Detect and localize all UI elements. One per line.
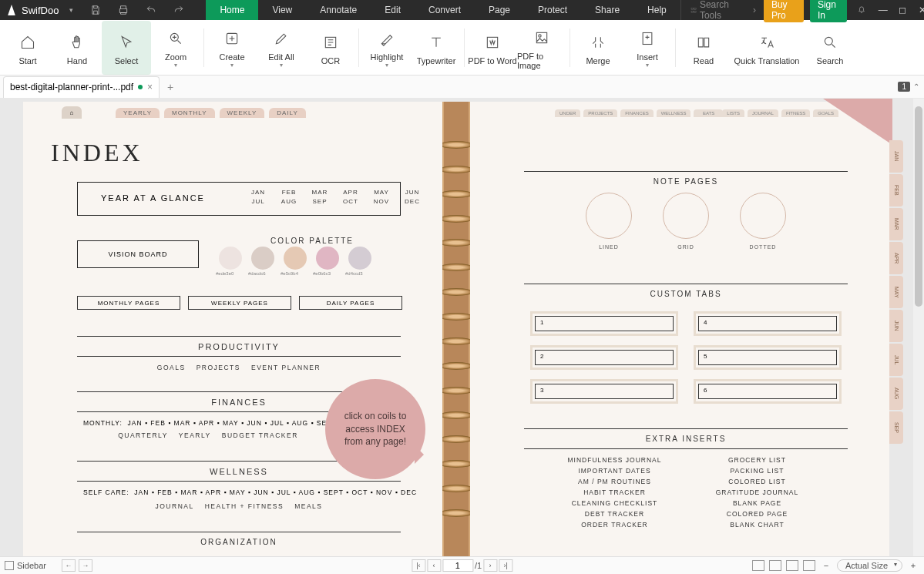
maximize-button[interactable]: ◻ [892, 0, 912, 20]
brand-menu-chevron-icon[interactable]: ▾ [63, 6, 79, 14]
ribbon-highlight[interactable]: Highlight▾ [362, 21, 412, 75]
ribbon-search[interactable]: Search [805, 21, 855, 75]
buy-pro-button[interactable]: Buy Pro [764, 0, 804, 22]
ribbon-typewriter[interactable]: Typewriter [412, 21, 461, 75]
status-bar: Sidebar ← → |‹ ‹ /1 › ›| − Actual Size + [0, 556, 924, 574]
year-at-glance-box: YEAR AT A GLANCE JANFEBMARAPRMAYJUNJULAU… [77, 182, 401, 216]
zoom-out-button[interactable]: − [820, 561, 832, 570]
corner-fold [823, 99, 892, 145]
document-viewport[interactable]: ⌂ YEARLYMONTHLYWEEKLYDAILY INDEX YEAR AT… [0, 99, 924, 556]
view-single-icon[interactable] [752, 560, 764, 571]
svg-rect-7 [487, 37, 497, 47]
ribbon-pdf-to-word[interactable]: PDF to Word [468, 21, 517, 75]
svg-point-9 [539, 34, 541, 36]
svg-rect-1 [694, 8, 695, 9]
svg-rect-0 [691, 8, 693, 9]
menu-share[interactable]: Share [581, 0, 633, 20]
planner-tab: WEEKLY [220, 108, 265, 118]
menu-view[interactable]: View [258, 0, 306, 20]
menu-page[interactable]: Page [475, 0, 524, 20]
print-icon[interactable] [112, 0, 135, 20]
page-fwd-button[interactable]: › [483, 559, 497, 572]
coil-callout: click on coils to access INDEX from any … [325, 379, 425, 479]
index-title: INDEX [51, 139, 143, 167]
menu-help[interactable]: Help [633, 0, 680, 20]
page-total: /1 [475, 561, 482, 570]
search-tools[interactable]: Search Tools [680, 0, 748, 20]
planner-spiral [442, 102, 470, 556]
app-brand: SwifDoo [22, 5, 59, 16]
sign-in-button[interactable]: Sign In [810, 0, 847, 22]
ribbon-select[interactable]: Select [102, 21, 151, 75]
ribbon-read[interactable]: Read [679, 21, 728, 75]
ribbon-pdf-to-image[interactable]: PDF to Image [517, 21, 566, 75]
next-page-button[interactable]: → [79, 559, 92, 572]
document-tab[interactable]: best-digital-planner-print-...pdf × [3, 76, 160, 98]
document-tab-bar: best-digital-planner-print-...pdf × + 1 … [0, 76, 924, 99]
menu-edit[interactable]: Edit [371, 0, 415, 20]
menu-annotate[interactable]: Annotate [306, 0, 371, 20]
ribbon-edit-all[interactable]: Edit All▾ [257, 21, 306, 75]
page-btn: DAILY PAGES [299, 296, 402, 310]
title-bar: SwifDoo ▾ HomeViewAnnotateEditConvertPag… [0, 0, 924, 20]
view-continuous-icon[interactable] [769, 560, 781, 571]
menu-protect[interactable]: Protect [524, 0, 581, 20]
sidebar-label[interactable]: Sidebar [17, 561, 46, 570]
modified-dot-icon [138, 85, 143, 89]
minimize-button[interactable]: — [873, 0, 893, 20]
first-page-button[interactable]: |‹ [412, 559, 425, 572]
collapse-ribbon-icon[interactable]: ⌃ [913, 82, 919, 91]
ribbon-start[interactable]: Start [3, 21, 52, 75]
ribbon-zoom[interactable]: Zoom▾ [151, 21, 200, 75]
svg-point-11 [825, 37, 832, 45]
zoom-selector[interactable]: Actual Size [837, 559, 902, 572]
ribbon-merge[interactable]: Merge [573, 21, 623, 75]
planner-tab: DAILY [269, 108, 306, 118]
vertical-scrollbar[interactable] [913, 99, 924, 556]
page-badge: 1 [898, 82, 910, 92]
planner-home-tab: ⌂ [62, 106, 82, 119]
last-page-button[interactable]: ›| [499, 559, 512, 572]
bell-icon[interactable] [850, 0, 873, 20]
ribbon-ocr[interactable]: OCR [306, 21, 355, 75]
tab-close-icon[interactable]: × [147, 82, 153, 92]
svg-rect-3 [694, 11, 695, 12]
svg-rect-8 [536, 32, 546, 42]
ribbon-toolbar: StartHandSelectZoom▾Create▾Edit All▾OCRH… [0, 20, 924, 76]
undo-icon[interactable] [139, 0, 163, 20]
pdf-page: ⌂ YEARLYMONTHLYWEEKLYDAILY INDEX YEAR AT… [23, 102, 889, 556]
menu-home[interactable]: Home [206, 0, 258, 20]
page-number-input[interactable] [442, 559, 473, 572]
close-button[interactable]: ✕ [912, 0, 924, 20]
page-back-button[interactable]: ‹ [427, 559, 441, 572]
app-logo-icon [8, 5, 15, 15]
view-book-icon[interactable] [803, 560, 815, 571]
page-btn: WEEKLY PAGES [188, 296, 291, 310]
more-arrow-icon[interactable]: › [748, 5, 761, 15]
ribbon-insert[interactable]: Insert▾ [623, 21, 672, 75]
redo-icon[interactable] [167, 0, 190, 20]
ribbon-quick-translation[interactable]: Quick Translation [728, 21, 805, 75]
ribbon-create[interactable]: Create▾ [207, 21, 257, 75]
tab-name: best-digital-planner-print-...pdf [10, 82, 133, 92]
prev-page-button[interactable]: ← [62, 559, 76, 572]
save-icon[interactable] [84, 0, 107, 20]
sidebar-checkbox[interactable] [5, 561, 14, 570]
zoom-in-button[interactable]: + [907, 561, 919, 570]
svg-rect-2 [691, 11, 693, 12]
menu-convert[interactable]: Convert [415, 0, 475, 20]
vision-board-box: VISION BOARD [77, 240, 199, 268]
planner-tab: YEARLY [116, 108, 160, 118]
page-btn: MONTHLY PAGES [77, 296, 180, 310]
add-tab-button[interactable]: + [160, 81, 181, 93]
ribbon-hand[interactable]: Hand [52, 21, 102, 75]
planner-tab: MONTHLY [164, 108, 215, 118]
view-facing-icon[interactable] [786, 560, 798, 571]
